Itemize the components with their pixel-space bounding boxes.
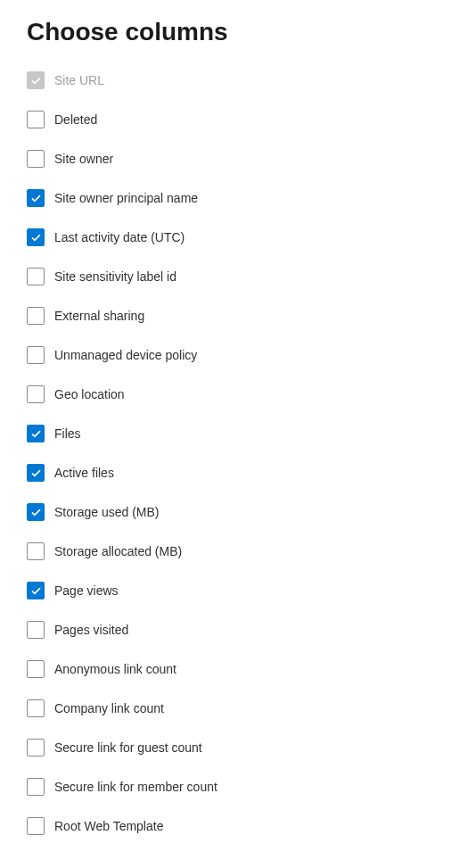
column-label-active-files[interactable]: Active files <box>54 466 114 480</box>
checkbox-secure-link-member-count[interactable] <box>27 778 45 796</box>
column-item-site-owner: Site owner <box>27 150 424 168</box>
checkbox-deleted[interactable] <box>27 111 45 128</box>
checkbox-pages-visited[interactable] <box>27 621 45 639</box>
column-label-storage-used[interactable]: Storage used (MB) <box>54 505 160 519</box>
column-item-page-views: Page views <box>27 582 424 599</box>
column-item-files: Files <box>27 425 424 442</box>
column-item-company-link-count: Company link count <box>27 699 424 717</box>
checkbox-page-views[interactable] <box>27 582 45 599</box>
checkbox-storage-allocated[interactable] <box>27 542 45 560</box>
column-item-site-owner-principal-name: Site owner principal name <box>27 189 424 207</box>
column-label-page-views[interactable]: Page views <box>54 583 119 598</box>
checkbox-unmanaged-device-policy[interactable] <box>27 346 45 364</box>
column-item-site-url: Site URL <box>27 71 424 89</box>
column-label-anonymous-link-count[interactable]: Anonymous link count <box>54 662 176 676</box>
checkbox-site-sensitivity-label-id[interactable] <box>27 268 45 285</box>
column-label-pages-visited[interactable]: Pages visited <box>54 623 128 637</box>
column-item-storage-used: Storage used (MB) <box>27 503 424 521</box>
column-label-site-owner[interactable]: Site owner <box>54 152 113 166</box>
column-label-site-sensitivity-label-id[interactable]: Site sensitivity label id <box>54 269 176 284</box>
checkbox-active-files[interactable] <box>27 464 45 482</box>
column-item-secure-link-guest-count: Secure link for guest count <box>27 739 424 756</box>
column-label-last-activity-date[interactable]: Last activity date (UTC) <box>54 230 184 244</box>
checkbox-storage-used[interactable] <box>27 503 45 521</box>
column-label-external-sharing[interactable]: External sharing <box>54 309 144 323</box>
column-item-root-web-template: Root Web Template <box>27 817 424 835</box>
column-list: Site URLDeletedSite ownerSite owner prin… <box>27 71 424 835</box>
column-label-root-web-template[interactable]: Root Web Template <box>54 819 163 833</box>
checkbox-root-web-template[interactable] <box>27 817 45 835</box>
column-label-files[interactable]: Files <box>54 426 81 441</box>
column-item-pages-visited: Pages visited <box>27 621 424 639</box>
checkbox-secure-link-guest-count[interactable] <box>27 739 45 756</box>
column-label-storage-allocated[interactable]: Storage allocated (MB) <box>54 544 182 558</box>
column-item-last-activity-date: Last activity date (UTC) <box>27 228 424 246</box>
checkbox-external-sharing[interactable] <box>27 307 45 325</box>
checkbox-files[interactable] <box>27 425 45 442</box>
panel-title: Choose columns <box>27 18 424 46</box>
checkbox-anonymous-link-count[interactable] <box>27 660 45 678</box>
column-label-secure-link-member-count[interactable]: Secure link for member count <box>54 780 217 794</box>
column-item-secure-link-member-count: Secure link for member count <box>27 778 424 796</box>
column-item-geo-location: Geo location <box>27 385 424 403</box>
checkbox-geo-location[interactable] <box>27 385 45 403</box>
column-label-secure-link-guest-count[interactable]: Secure link for guest count <box>54 740 202 755</box>
column-item-unmanaged-device-policy: Unmanaged device policy <box>27 346 424 364</box>
column-label-geo-location[interactable]: Geo location <box>54 387 125 401</box>
checkbox-company-link-count[interactable] <box>27 699 45 717</box>
column-item-anonymous-link-count: Anonymous link count <box>27 660 424 678</box>
checkbox-last-activity-date[interactable] <box>27 228 45 246</box>
column-label-site-owner-principal-name[interactable]: Site owner principal name <box>54 191 198 205</box>
column-item-storage-allocated: Storage allocated (MB) <box>27 542 424 560</box>
checkbox-site-owner-principal-name[interactable] <box>27 189 45 207</box>
column-label-site-url: Site URL <box>54 73 104 87</box>
column-label-company-link-count[interactable]: Company link count <box>54 701 164 715</box>
column-item-active-files: Active files <box>27 464 424 482</box>
column-item-external-sharing: External sharing <box>27 307 424 325</box>
checkbox-site-url <box>27 71 45 89</box>
checkbox-site-owner[interactable] <box>27 150 45 168</box>
column-label-deleted[interactable]: Deleted <box>54 112 97 127</box>
column-item-deleted: Deleted <box>27 111 424 128</box>
column-item-site-sensitivity-label-id: Site sensitivity label id <box>27 268 424 285</box>
column-label-unmanaged-device-policy[interactable]: Unmanaged device policy <box>54 348 197 362</box>
